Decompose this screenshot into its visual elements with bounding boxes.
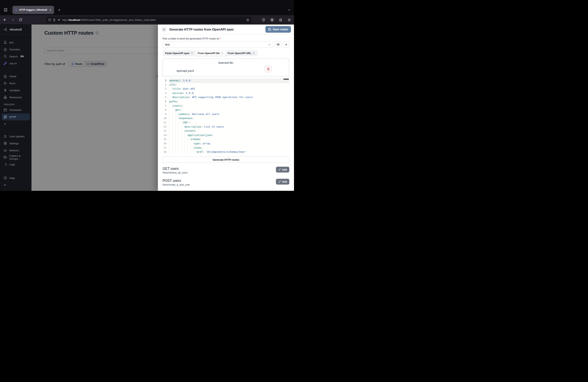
account-icon[interactable] [269, 17, 275, 23]
windmill-pinwheel-icon [3, 27, 8, 32]
reload-icon[interactable] [18, 17, 23, 23]
edit-route-button[interactable]: Edit [276, 179, 289, 185]
code-line[interactable]: 16type: array [163, 141, 289, 146]
code-line[interactable]: 7/users: [163, 104, 289, 108]
code-line[interactable]: 14application/json: [163, 133, 289, 137]
shield-check-extension-icon[interactable] [261, 17, 266, 23]
code-line[interactable]: 18$ref: '#/components/schemas/User' [163, 150, 289, 154]
add-folder-button[interactable] [283, 41, 289, 48]
windmill-logo[interactable]: Windmill [0, 24, 32, 35]
code-line[interactable]: 17items: [163, 146, 289, 150]
code-line[interactable]: 2info: [163, 83, 289, 87]
url-text[interactable]: http://localhost:3000/routes?filter_path… [62, 19, 244, 21]
source-tabs: Paste OpenAPI spec From OpenAPI file Fro… [163, 50, 257, 56]
sidebar-item-workspace[interactable]: test [0, 39, 32, 46]
route-title: POST users [163, 179, 276, 183]
folder-select[interactable]: test [163, 41, 273, 48]
preview-eye-button[interactable] [275, 41, 281, 48]
dollar-icon [3, 88, 7, 92]
code-line[interactable]: 12description: List of users [163, 125, 289, 129]
folder-picker-label: Pick a folder to bind the generated HTTP… [163, 37, 289, 40]
generate-http-routes-button[interactable]: Generate HTTP routes [163, 157, 289, 163]
new-tab-icon[interactable] [57, 7, 62, 12]
app-area: Windmill test Favorites Search ⌘k [0, 24, 294, 191]
firefox-view-icon[interactable] [3, 7, 9, 13]
screen: HTTP triggers | Windmill [0, 0, 294, 191]
sidebar-item-user[interactable]: User (admin) [0, 133, 32, 140]
shield-icon[interactable] [48, 19, 51, 21]
generated-routes-list: GET users f/test/retrieve_all_users Edit… [163, 167, 289, 186]
play-icon [3, 82, 7, 85]
route-path: f/test/retrieve_all_users [163, 171, 276, 174]
tab-from-openapi-url[interactable]: From OpenAPI URL [226, 51, 257, 56]
sidebar-item-home[interactable]: Home [0, 73, 32, 80]
page-icon[interactable] [53, 19, 56, 21]
sidebar-item-folders-groups[interactable]: Folders & Groups... [0, 154, 32, 161]
browser-navbar: http://localhost:3000/routes?filter_path… [0, 15, 294, 24]
tab-close-icon[interactable] [49, 8, 52, 12]
url-bar[interactable]: http://localhost:3000/routes?filter_path… [46, 17, 251, 23]
code-line[interactable]: 6paths: [163, 99, 289, 104]
sidebar-item-runs[interactable]: Runs [0, 80, 32, 87]
code-line[interactable]: 8get: [163, 108, 289, 112]
tab-from-openapi-file[interactable]: From OpenAPI file [195, 51, 225, 56]
edit-route-button[interactable]: Edit [276, 167, 289, 172]
code-line[interactable]: 5description: API supporting CRUD operat… [163, 95, 289, 99]
sidebar-item-workers[interactable]: Workers [0, 147, 32, 154]
code-line[interactable]: 9summary: Retrieve all users [163, 112, 289, 116]
back-icon[interactable] [2, 17, 8, 23]
save-routes-button[interactable]: Save routes [265, 26, 291, 33]
chevron-down-icon [268, 43, 271, 46]
menu-hamburger-icon[interactable] [286, 17, 292, 23]
arrow-left-icon [3, 183, 7, 187]
windmill-favicon [14, 8, 18, 11]
forward-icon[interactable] [10, 17, 16, 23]
code-line[interactable]: 3title: User API [163, 87, 289, 91]
sidebar-item-logs[interactable]: Logs [0, 161, 32, 168]
sidebar-item-schedules[interactable]: Schedules [0, 106, 32, 113]
code-line[interactable]: 1openapi: 3.0.0 [163, 78, 289, 83]
list-icon [3, 163, 7, 166]
info-icon[interactable] [191, 52, 193, 54]
sidebar-add-trigger[interactable] [0, 120, 32, 127]
sidebar-item-help[interactable]: Help [0, 174, 32, 181]
code-lines: 1openapi: 3.0.02info:3title: User API4ve… [163, 78, 289, 154]
pencil-icon [278, 169, 281, 171]
editor-scrollbar-thumb[interactable] [284, 79, 289, 80]
code-line[interactable]: 11'200': [163, 120, 289, 125]
folder-icon [3, 156, 7, 159]
calendar-icon [3, 108, 7, 112]
search-shortcut: ⌘k [21, 55, 24, 58]
browser-tab[interactable]: HTTP triggers | Windmill [12, 6, 54, 14]
sidebar-item-resources[interactable]: Resources [0, 94, 32, 101]
tab-paste-openapi-spec[interactable]: Paste OpenAPI spec [163, 51, 195, 56]
code-line[interactable]: 10responses: [163, 116, 289, 120]
route-row-get-users: GET users f/test/retrieve_all_users Edit [163, 167, 289, 174]
bookmark-star-icon[interactable] [246, 18, 249, 21]
selected-file-dropzone[interactable]: Selected file: openapi.yaml [163, 59, 289, 76]
extensions-puzzle-icon[interactable] [278, 17, 284, 23]
close-icon[interactable] [161, 26, 167, 32]
sidebar-collapse[interactable] [0, 181, 32, 189]
info-icon[interactable] [252, 52, 255, 54]
home-icon [3, 74, 7, 78]
building-icon [3, 41, 7, 44]
openapi-code-editor[interactable]: 1openapi: 3.0.02info:3title: User API4ve… [163, 78, 289, 154]
tab-list-chevron-icon[interactable] [287, 7, 292, 12]
sidebar-item-favorites[interactable]: Favorites [0, 46, 32, 53]
sidebar-item-search[interactable]: Search ⌘k [0, 53, 32, 60]
permissions-sliders-icon[interactable] [57, 19, 61, 21]
code-line[interactable]: 4version: 1.0.0 [163, 91, 289, 95]
sidebar-item-http[interactable]: HTTP [1, 113, 30, 120]
info-icon[interactable] [221, 52, 223, 54]
help-icon [3, 176, 7, 180]
selected-file-label: Selected file: [163, 61, 289, 64]
openapi-drawer: Generate HTTP routes from OpenAPI spec S… [158, 24, 294, 191]
sidebar-item-settings[interactable]: Settings [0, 140, 32, 147]
code-line[interactable]: 15schema: [163, 137, 289, 141]
sidebar-item-variables[interactable]: Variables [0, 87, 32, 94]
code-line[interactable]: 13content: [163, 129, 289, 133]
pencil-icon [278, 180, 281, 183]
remove-file-button[interactable] [265, 66, 272, 72]
sidebar-item-ask-ai[interactable]: Ask AI [0, 60, 32, 67]
